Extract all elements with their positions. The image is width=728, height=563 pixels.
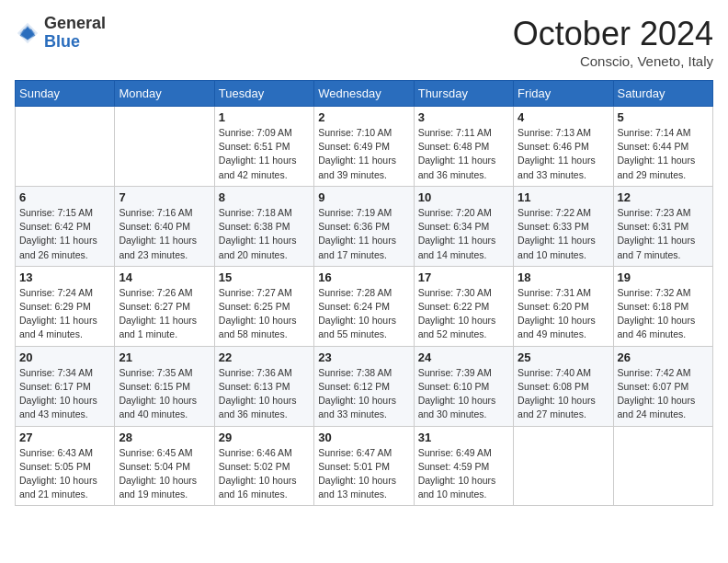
day-number: 10 (418, 190, 509, 204)
day-number: 2 (318, 110, 409, 124)
day-detail: Sunrise: 7:15 AM Sunset: 6:42 PM Dayligh… (19, 206, 110, 262)
calendar-cell: 11Sunrise: 7:22 AM Sunset: 6:33 PM Dayli… (514, 186, 613, 266)
calendar-cell: 20Sunrise: 7:34 AM Sunset: 6:17 PM Dayli… (16, 346, 115, 426)
day-detail: Sunrise: 6:45 AM Sunset: 5:04 PM Dayligh… (119, 446, 210, 502)
day-detail: Sunrise: 6:46 AM Sunset: 5:02 PM Dayligh… (219, 446, 310, 502)
day-number: 4 (518, 110, 609, 124)
day-detail: Sunrise: 7:28 AM Sunset: 6:24 PM Dayligh… (318, 286, 409, 342)
day-number: 27 (19, 431, 110, 444)
logo-blue-text: Blue (44, 32, 80, 51)
logo: General Blue (15, 15, 106, 52)
calendar-cell: 31Sunrise: 6:49 AM Sunset: 4:59 PM Dayli… (414, 426, 513, 506)
calendar-cell: 23Sunrise: 7:38 AM Sunset: 6:12 PM Dayli… (314, 346, 414, 426)
calendar-header-row: SundayMondayTuesdayWednesdayThursdayFrid… (16, 81, 713, 107)
day-of-week-header: Monday (115, 81, 214, 107)
day-number: 13 (19, 270, 110, 284)
day-detail: Sunrise: 7:27 AM Sunset: 6:25 PM Dayligh… (219, 286, 310, 342)
day-number: 25 (518, 350, 609, 364)
day-detail: Sunrise: 7:39 AM Sunset: 6:10 PM Dayligh… (418, 366, 509, 422)
calendar-week-row: 6Sunrise: 7:15 AM Sunset: 6:42 PM Daylig… (16, 186, 713, 266)
day-detail: Sunrise: 7:31 AM Sunset: 6:20 PM Dayligh… (518, 286, 609, 342)
calendar-cell: 7Sunrise: 7:16 AM Sunset: 6:40 PM Daylig… (115, 186, 214, 266)
calendar-cell: 25Sunrise: 7:40 AM Sunset: 6:08 PM Dayli… (514, 346, 613, 426)
day-of-week-header: Thursday (414, 81, 513, 107)
day-number: 18 (518, 270, 609, 284)
day-number: 31 (418, 431, 509, 444)
day-detail: Sunrise: 7:09 AM Sunset: 6:51 PM Dayligh… (219, 126, 310, 182)
month-title: October 2024 (513, 15, 713, 53)
day-number: 23 (318, 350, 409, 364)
day-detail: Sunrise: 7:20 AM Sunset: 6:34 PM Dayligh… (418, 206, 509, 262)
calendar-cell: 22Sunrise: 7:36 AM Sunset: 6:13 PM Dayli… (214, 346, 313, 426)
day-number: 5 (618, 110, 709, 124)
day-number: 30 (318, 431, 409, 444)
day-number: 17 (418, 270, 509, 284)
calendar-cell: 8Sunrise: 7:18 AM Sunset: 6:38 PM Daylig… (214, 186, 313, 266)
day-detail: Sunrise: 7:36 AM Sunset: 6:13 PM Dayligh… (219, 366, 310, 422)
day-of-week-header: Friday (514, 81, 613, 107)
day-detail: Sunrise: 7:11 AM Sunset: 6:48 PM Dayligh… (418, 126, 509, 182)
day-detail: Sunrise: 7:16 AM Sunset: 6:40 PM Dayligh… (119, 206, 210, 262)
day-number: 16 (318, 270, 409, 284)
day-number: 12 (618, 190, 709, 204)
calendar-cell: 15Sunrise: 7:27 AM Sunset: 6:25 PM Dayli… (214, 266, 313, 346)
calendar-cell: 9Sunrise: 7:19 AM Sunset: 6:36 PM Daylig… (314, 186, 414, 266)
day-detail: Sunrise: 6:47 AM Sunset: 5:01 PM Dayligh… (318, 446, 409, 502)
calendar-cell: 19Sunrise: 7:32 AM Sunset: 6:18 PM Dayli… (613, 266, 712, 346)
day-detail: Sunrise: 7:38 AM Sunset: 6:12 PM Dayligh… (318, 366, 409, 422)
calendar-cell: 24Sunrise: 7:39 AM Sunset: 6:10 PM Dayli… (414, 346, 513, 426)
day-detail: Sunrise: 7:34 AM Sunset: 6:17 PM Dayligh… (19, 366, 110, 422)
calendar-week-row: 27Sunrise: 6:43 AM Sunset: 5:05 PM Dayli… (16, 426, 713, 506)
day-of-week-header: Saturday (613, 81, 712, 107)
day-detail: Sunrise: 7:32 AM Sunset: 6:18 PM Dayligh… (618, 286, 709, 342)
day-number: 22 (219, 350, 310, 364)
day-detail: Sunrise: 7:18 AM Sunset: 6:38 PM Dayligh… (219, 206, 310, 262)
calendar-cell: 17Sunrise: 7:30 AM Sunset: 6:22 PM Dayli… (414, 266, 513, 346)
day-number: 7 (119, 190, 210, 204)
calendar-week-row: 13Sunrise: 7:24 AM Sunset: 6:29 PM Dayli… (16, 266, 713, 346)
day-number: 3 (418, 110, 509, 124)
calendar-week-row: 1Sunrise: 7:09 AM Sunset: 6:51 PM Daylig… (16, 107, 713, 187)
calendar-cell: 18Sunrise: 7:31 AM Sunset: 6:20 PM Dayli… (514, 266, 613, 346)
day-number: 29 (219, 431, 310, 444)
day-number: 26 (618, 350, 709, 364)
calendar-cell: 16Sunrise: 7:28 AM Sunset: 6:24 PM Dayli… (314, 266, 414, 346)
day-detail: Sunrise: 7:42 AM Sunset: 6:07 PM Dayligh… (618, 366, 709, 422)
calendar-cell: 12Sunrise: 7:23 AM Sunset: 6:31 PM Dayli… (613, 186, 712, 266)
day-of-week-header: Sunday (16, 81, 115, 107)
day-number: 19 (618, 270, 709, 284)
calendar-cell (115, 107, 214, 187)
day-detail: Sunrise: 7:30 AM Sunset: 6:22 PM Dayligh… (418, 286, 509, 342)
day-number: 11 (518, 190, 609, 204)
page-header: General Blue October 2024 Conscio, Venet… (15, 15, 713, 69)
title-block: October 2024 Conscio, Veneto, Italy (513, 15, 713, 69)
day-number: 24 (418, 350, 509, 364)
calendar-cell: 14Sunrise: 7:26 AM Sunset: 6:27 PM Dayli… (115, 266, 214, 346)
day-detail: Sunrise: 7:14 AM Sunset: 6:44 PM Dayligh… (618, 126, 709, 182)
day-number: 14 (119, 270, 210, 284)
logo-icon (15, 20, 40, 46)
day-detail: Sunrise: 7:23 AM Sunset: 6:31 PM Dayligh… (618, 206, 709, 262)
day-detail: Sunrise: 7:22 AM Sunset: 6:33 PM Dayligh… (518, 206, 609, 262)
calendar-cell: 3Sunrise: 7:11 AM Sunset: 6:48 PM Daylig… (414, 107, 513, 187)
day-detail: Sunrise: 7:13 AM Sunset: 6:46 PM Dayligh… (518, 126, 609, 182)
calendar-cell: 13Sunrise: 7:24 AM Sunset: 6:29 PM Dayli… (16, 266, 115, 346)
day-of-week-header: Tuesday (214, 81, 313, 107)
day-number: 28 (119, 431, 210, 444)
day-number: 8 (219, 190, 310, 204)
calendar-cell: 28Sunrise: 6:45 AM Sunset: 5:04 PM Dayli… (115, 426, 214, 506)
day-detail: Sunrise: 7:35 AM Sunset: 6:15 PM Dayligh… (119, 366, 210, 422)
day-detail: Sunrise: 7:40 AM Sunset: 6:08 PM Dayligh… (518, 366, 609, 422)
location-subtitle: Conscio, Veneto, Italy (513, 53, 713, 69)
day-of-week-header: Wednesday (314, 81, 414, 107)
calendar-cell (613, 426, 712, 506)
calendar-cell: 26Sunrise: 7:42 AM Sunset: 6:07 PM Dayli… (613, 346, 712, 426)
calendar-cell: 6Sunrise: 7:15 AM Sunset: 6:42 PM Daylig… (16, 186, 115, 266)
day-detail: Sunrise: 7:24 AM Sunset: 6:29 PM Dayligh… (19, 286, 110, 342)
day-detail: Sunrise: 7:10 AM Sunset: 6:49 PM Dayligh… (318, 126, 409, 182)
day-detail: Sunrise: 6:43 AM Sunset: 5:05 PM Dayligh… (19, 446, 110, 502)
day-number: 1 (219, 110, 310, 124)
calendar-table: SundayMondayTuesdayWednesdayThursdayFrid… (15, 80, 713, 506)
day-number: 15 (219, 270, 310, 284)
day-number: 21 (119, 350, 210, 364)
